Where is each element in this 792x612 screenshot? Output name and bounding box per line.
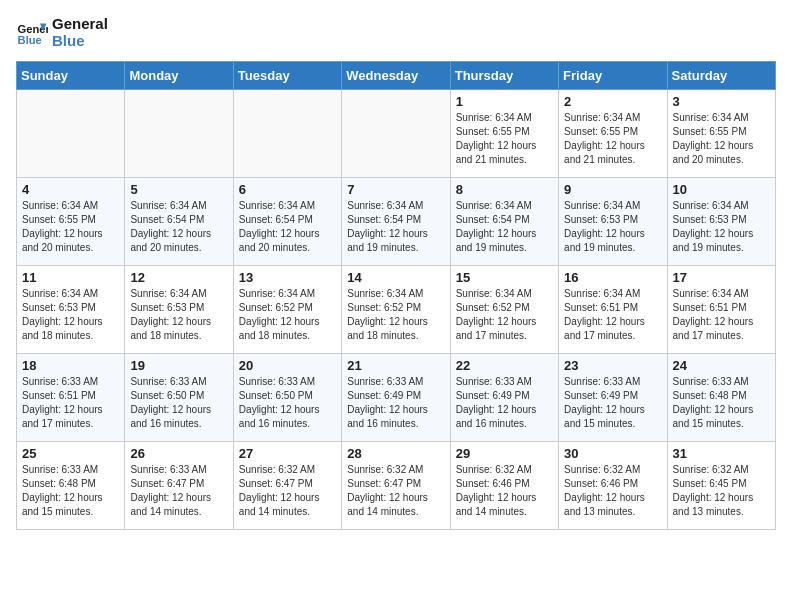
calendar-cell: 28Sunrise: 6:32 AM Sunset: 6:47 PM Dayli… xyxy=(342,442,450,530)
day-number: 17 xyxy=(673,270,770,285)
day-info: Sunrise: 6:33 AM Sunset: 6:49 PM Dayligh… xyxy=(564,375,661,431)
calendar-cell: 14Sunrise: 6:34 AM Sunset: 6:52 PM Dayli… xyxy=(342,266,450,354)
day-number: 25 xyxy=(22,446,119,461)
day-number: 23 xyxy=(564,358,661,373)
header-cell-sunday: Sunday xyxy=(17,62,125,90)
day-number: 28 xyxy=(347,446,444,461)
day-info: Sunrise: 6:34 AM Sunset: 6:51 PM Dayligh… xyxy=(564,287,661,343)
day-info: Sunrise: 6:32 AM Sunset: 6:46 PM Dayligh… xyxy=(564,463,661,519)
page-header: General Blue General Blue xyxy=(16,16,776,49)
day-info: Sunrise: 6:34 AM Sunset: 6:51 PM Dayligh… xyxy=(673,287,770,343)
day-info: Sunrise: 6:34 AM Sunset: 6:55 PM Dayligh… xyxy=(22,199,119,255)
day-info: Sunrise: 6:33 AM Sunset: 6:51 PM Dayligh… xyxy=(22,375,119,431)
day-info: Sunrise: 6:34 AM Sunset: 6:54 PM Dayligh… xyxy=(130,199,227,255)
day-number: 22 xyxy=(456,358,553,373)
day-info: Sunrise: 6:34 AM Sunset: 6:52 PM Dayligh… xyxy=(239,287,336,343)
day-number: 10 xyxy=(673,182,770,197)
calendar-cell xyxy=(17,90,125,178)
calendar-cell: 21Sunrise: 6:33 AM Sunset: 6:49 PM Dayli… xyxy=(342,354,450,442)
day-number: 24 xyxy=(673,358,770,373)
day-info: Sunrise: 6:34 AM Sunset: 6:54 PM Dayligh… xyxy=(347,199,444,255)
day-info: Sunrise: 6:33 AM Sunset: 6:48 PM Dayligh… xyxy=(673,375,770,431)
header-cell-thursday: Thursday xyxy=(450,62,558,90)
day-info: Sunrise: 6:34 AM Sunset: 6:53 PM Dayligh… xyxy=(22,287,119,343)
day-number: 13 xyxy=(239,270,336,285)
day-number: 18 xyxy=(22,358,119,373)
day-number: 12 xyxy=(130,270,227,285)
day-info: Sunrise: 6:34 AM Sunset: 6:55 PM Dayligh… xyxy=(456,111,553,167)
day-number: 8 xyxy=(456,182,553,197)
day-info: Sunrise: 6:33 AM Sunset: 6:50 PM Dayligh… xyxy=(239,375,336,431)
calendar-cell: 5Sunrise: 6:34 AM Sunset: 6:54 PM Daylig… xyxy=(125,178,233,266)
calendar-table: SundayMondayTuesdayWednesdayThursdayFrid… xyxy=(16,61,776,530)
calendar-cell: 31Sunrise: 6:32 AM Sunset: 6:45 PM Dayli… xyxy=(667,442,775,530)
calendar-cell: 22Sunrise: 6:33 AM Sunset: 6:49 PM Dayli… xyxy=(450,354,558,442)
header-cell-saturday: Saturday xyxy=(667,62,775,90)
day-number: 5 xyxy=(130,182,227,197)
day-number: 6 xyxy=(239,182,336,197)
day-info: Sunrise: 6:34 AM Sunset: 6:54 PM Dayligh… xyxy=(239,199,336,255)
day-number: 30 xyxy=(564,446,661,461)
logo-icon: General Blue xyxy=(16,17,48,49)
calendar-cell: 29Sunrise: 6:32 AM Sunset: 6:46 PM Dayli… xyxy=(450,442,558,530)
day-info: Sunrise: 6:33 AM Sunset: 6:49 PM Dayligh… xyxy=(456,375,553,431)
header-row: SundayMondayTuesdayWednesdayThursdayFrid… xyxy=(17,62,776,90)
calendar-cell xyxy=(342,90,450,178)
day-number: 2 xyxy=(564,94,661,109)
day-number: 3 xyxy=(673,94,770,109)
calendar-cell: 24Sunrise: 6:33 AM Sunset: 6:48 PM Dayli… xyxy=(667,354,775,442)
day-number: 16 xyxy=(564,270,661,285)
day-info: Sunrise: 6:34 AM Sunset: 6:53 PM Dayligh… xyxy=(130,287,227,343)
day-number: 26 xyxy=(130,446,227,461)
calendar-cell: 30Sunrise: 6:32 AM Sunset: 6:46 PM Dayli… xyxy=(559,442,667,530)
day-number: 21 xyxy=(347,358,444,373)
calendar-cell: 25Sunrise: 6:33 AM Sunset: 6:48 PM Dayli… xyxy=(17,442,125,530)
day-number: 19 xyxy=(130,358,227,373)
day-number: 31 xyxy=(673,446,770,461)
day-info: Sunrise: 6:33 AM Sunset: 6:47 PM Dayligh… xyxy=(130,463,227,519)
day-info: Sunrise: 6:34 AM Sunset: 6:53 PM Dayligh… xyxy=(564,199,661,255)
calendar-cell: 13Sunrise: 6:34 AM Sunset: 6:52 PM Dayli… xyxy=(233,266,341,354)
day-info: Sunrise: 6:32 AM Sunset: 6:46 PM Dayligh… xyxy=(456,463,553,519)
calendar-cell: 16Sunrise: 6:34 AM Sunset: 6:51 PM Dayli… xyxy=(559,266,667,354)
calendar-cell xyxy=(233,90,341,178)
day-info: Sunrise: 6:34 AM Sunset: 6:53 PM Dayligh… xyxy=(673,199,770,255)
week-row-4: 25Sunrise: 6:33 AM Sunset: 6:48 PM Dayli… xyxy=(17,442,776,530)
week-row-2: 11Sunrise: 6:34 AM Sunset: 6:53 PM Dayli… xyxy=(17,266,776,354)
day-number: 29 xyxy=(456,446,553,461)
header-cell-wednesday: Wednesday xyxy=(342,62,450,90)
day-info: Sunrise: 6:34 AM Sunset: 6:55 PM Dayligh… xyxy=(564,111,661,167)
day-number: 7 xyxy=(347,182,444,197)
calendar-cell: 4Sunrise: 6:34 AM Sunset: 6:55 PM Daylig… xyxy=(17,178,125,266)
day-info: Sunrise: 6:33 AM Sunset: 6:48 PM Dayligh… xyxy=(22,463,119,519)
week-row-3: 18Sunrise: 6:33 AM Sunset: 6:51 PM Dayli… xyxy=(17,354,776,442)
calendar-cell: 12Sunrise: 6:34 AM Sunset: 6:53 PM Dayli… xyxy=(125,266,233,354)
calendar-cell: 8Sunrise: 6:34 AM Sunset: 6:54 PM Daylig… xyxy=(450,178,558,266)
calendar-cell: 27Sunrise: 6:32 AM Sunset: 6:47 PM Dayli… xyxy=(233,442,341,530)
calendar-cell: 23Sunrise: 6:33 AM Sunset: 6:49 PM Dayli… xyxy=(559,354,667,442)
calendar-cell: 6Sunrise: 6:34 AM Sunset: 6:54 PM Daylig… xyxy=(233,178,341,266)
calendar-cell: 9Sunrise: 6:34 AM Sunset: 6:53 PM Daylig… xyxy=(559,178,667,266)
calendar-cell: 19Sunrise: 6:33 AM Sunset: 6:50 PM Dayli… xyxy=(125,354,233,442)
calendar-cell: 15Sunrise: 6:34 AM Sunset: 6:52 PM Dayli… xyxy=(450,266,558,354)
day-number: 4 xyxy=(22,182,119,197)
day-info: Sunrise: 6:32 AM Sunset: 6:47 PM Dayligh… xyxy=(239,463,336,519)
day-number: 15 xyxy=(456,270,553,285)
header-cell-friday: Friday xyxy=(559,62,667,90)
week-row-0: 1Sunrise: 6:34 AM Sunset: 6:55 PM Daylig… xyxy=(17,90,776,178)
day-info: Sunrise: 6:34 AM Sunset: 6:55 PM Dayligh… xyxy=(673,111,770,167)
day-info: Sunrise: 6:33 AM Sunset: 6:49 PM Dayligh… xyxy=(347,375,444,431)
header-cell-tuesday: Tuesday xyxy=(233,62,341,90)
calendar-header: SundayMondayTuesdayWednesdayThursdayFrid… xyxy=(17,62,776,90)
calendar-cell: 20Sunrise: 6:33 AM Sunset: 6:50 PM Dayli… xyxy=(233,354,341,442)
day-info: Sunrise: 6:34 AM Sunset: 6:54 PM Dayligh… xyxy=(456,199,553,255)
day-info: Sunrise: 6:34 AM Sunset: 6:52 PM Dayligh… xyxy=(347,287,444,343)
logo-line2: Blue xyxy=(52,33,108,50)
calendar-cell: 18Sunrise: 6:33 AM Sunset: 6:51 PM Dayli… xyxy=(17,354,125,442)
day-number: 14 xyxy=(347,270,444,285)
day-number: 20 xyxy=(239,358,336,373)
logo-line1: General xyxy=(52,16,108,33)
day-info: Sunrise: 6:32 AM Sunset: 6:47 PM Dayligh… xyxy=(347,463,444,519)
day-number: 1 xyxy=(456,94,553,109)
day-info: Sunrise: 6:33 AM Sunset: 6:50 PM Dayligh… xyxy=(130,375,227,431)
